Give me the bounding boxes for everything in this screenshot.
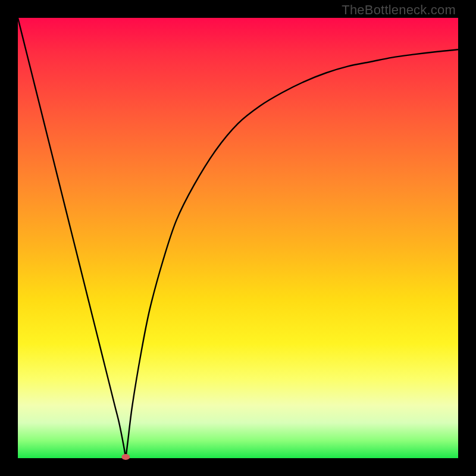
minimum-marker [121,454,130,460]
chart-frame [18,18,458,458]
bottleneck-curve [18,18,458,458]
curve-path [18,18,458,460]
watermark-text: TheBottleneck.com [342,2,456,18]
